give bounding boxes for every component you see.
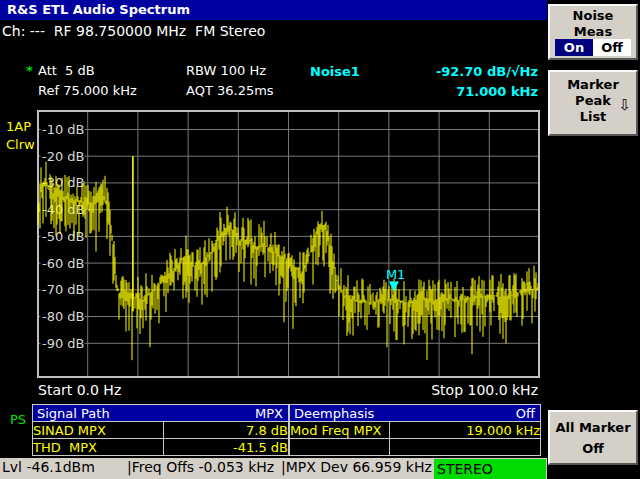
att-modified-star: *	[26, 63, 33, 78]
svg-text:-20 dB: -20 dB	[42, 149, 85, 164]
table-row: Mod Freq MPX 19.000 kHz	[290, 422, 541, 439]
stop-frequency-label: Stop 100.0 kHz	[431, 382, 538, 398]
softkey-label: All Marker	[550, 420, 636, 436]
marker-frequency-value: 71.000 kHz	[456, 84, 538, 99]
deemphasis-header: Deemphasis	[294, 406, 374, 421]
softkey-label: Off	[550, 441, 636, 457]
svg-text:-10 dB: -10 dB	[42, 122, 85, 137]
stereo-indicator: STEREO	[434, 459, 546, 479]
thd-label: THD MPX	[33, 439, 164, 456]
level-readout: Lvl -46.1dBm	[2, 459, 95, 475]
channel-info: Ch: --- RF 98.750000 MHz FM Stereo	[2, 23, 265, 39]
marker-m1-label: M1	[386, 267, 406, 282]
svg-text:-70 dB: -70 dB	[42, 282, 85, 297]
empty-cell-label	[290, 439, 390, 456]
toggle-off-state[interactable]: Off	[593, 39, 631, 56]
svg-text:-80 dB: -80 dB	[42, 309, 85, 324]
deemphasis-value: Off	[516, 406, 535, 421]
attenuation-readout: Att 5 dB	[38, 63, 95, 78]
toggle-on-state[interactable]: On	[555, 39, 593, 56]
status-bar: Lvl -46.1dBm |Freq Offs -0.053 kHz |MPX …	[0, 458, 547, 479]
freq-offset-readout: |Freq Offs -0.053 kHz	[127, 459, 274, 475]
sinad-value: 7.8 dB	[164, 422, 289, 439]
aqt-readout: AQT 36.25ms	[186, 83, 274, 98]
marker-peak-list-softkey[interactable]: Marker Peak List ⇩	[548, 70, 638, 136]
table-row	[290, 439, 541, 456]
all-marker-off-softkey[interactable]: All Marker Off	[548, 410, 638, 465]
empty-cell-value	[390, 439, 541, 456]
noise-meas-toggle: On Off	[555, 39, 631, 56]
mod-freq-label: Mod Freq MPX	[290, 422, 390, 439]
svg-text:-60 dB: -60 dB	[42, 256, 85, 271]
thd-value: -41.5 dB	[164, 439, 289, 456]
marker-function-label: Noise1	[310, 64, 360, 79]
spectrum-plot: -10 dB-20 dB-30 dB-40 dB-50 dB-60 dB-70 …	[37, 110, 540, 378]
svg-text:-40 dB: -40 dB	[42, 202, 85, 217]
start-frequency-label: Start 0.0 Hz	[38, 382, 121, 398]
svg-text:-50 dB: -50 dB	[42, 229, 85, 244]
softkey-label: Meas	[550, 24, 636, 40]
submenu-down-arrow-icon: ⇩	[618, 96, 631, 114]
sinad-label: SINAD MPX	[33, 422, 164, 439]
noise-meas-softkey[interactable]: Noise Meas On Off	[548, 4, 638, 60]
trace-number-label: 1AP	[6, 119, 31, 134]
marker-noise-value: -92.70 dB/√Hz	[436, 64, 538, 79]
instrument-screen: R&S ETL Audio Spectrum Ch: --- RF 98.750…	[0, 0, 640, 479]
signal-path-value: MPX	[255, 406, 283, 421]
rbw-readout: RBW 100 Hz	[186, 63, 266, 78]
svg-text:-90 dB: -90 dB	[42, 336, 85, 351]
mpx-deviation-readout: |MPX Dev 66.959 kHz	[281, 459, 432, 475]
table-row: SINAD MPX 7.8 dB	[33, 422, 289, 439]
ref-level-readout: Ref 75.000 kHz	[38, 83, 137, 98]
deemphasis-table: Deemphasis Off Mod Freq MPX 19.000 kHz	[289, 404, 541, 456]
trace-mode-label: Clrw	[6, 137, 35, 152]
softkey-label: Noise	[550, 8, 636, 24]
table-row: THD MPX -41.5 dB	[33, 439, 289, 456]
results-table: Signal Path MPX SINAD MPX 7.8 dB THD MPX…	[32, 404, 541, 456]
softkey-label: Marker	[550, 77, 636, 93]
ps-indicator: PS	[10, 412, 26, 427]
signal-path-table: Signal Path MPX SINAD MPX 7.8 dB THD MPX…	[32, 404, 289, 456]
window-title: R&S ETL Audio Spectrum	[0, 0, 547, 20]
mod-freq-value: 19.000 kHz	[390, 422, 541, 439]
signal-path-header: Signal Path	[37, 406, 110, 421]
